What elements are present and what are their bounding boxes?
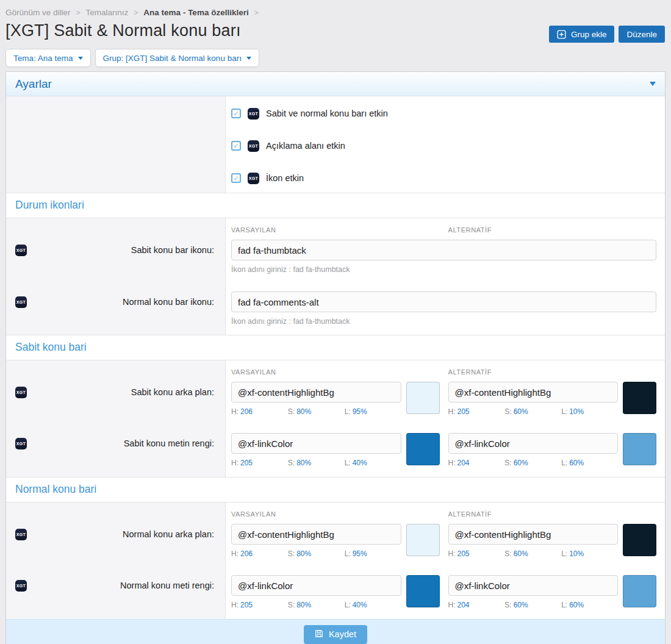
settings-checkbox-section: ✓ XGT Sabit ve normal konu barı etkin ✓ … (6, 96, 665, 193)
hsl-l-value: 95% (353, 407, 367, 416)
checkbox[interactable]: ✓ (231, 109, 241, 118)
xgt-badge-icon: XGT (15, 438, 27, 449)
pinned-bar-section: VARSAYILAN ALTERNATİF XGT Sabit konu ark… (6, 360, 665, 477)
color-group-default: H:206 S:80% L:95% (231, 382, 440, 416)
color-value-input[interactable] (448, 575, 619, 596)
xgt-badge-icon: XGT (15, 529, 27, 540)
hsl-s-label: S: (504, 549, 511, 558)
column-headers: VARSAYILAN ALTERNATİF (226, 360, 665, 382)
hsl-s-value: 80% (296, 407, 311, 416)
color-swatch[interactable] (406, 575, 440, 607)
settings-section-header[interactable]: Ayarlar (6, 72, 665, 96)
hsl-l-value: 60% (569, 459, 584, 467)
group-selector-label: Grup: [XGT] Sabit & Normal konu barı (103, 54, 242, 63)
field-hint: İkon adını giriniz : fad fa-thumbtack (231, 317, 656, 326)
color-swatch[interactable] (623, 382, 656, 414)
field-label-cell: XGT Sabit konu bar ikonu: (6, 240, 226, 292)
hsl-l-value: 10% (569, 407, 584, 416)
hsl-l-value: 40% (353, 601, 367, 609)
column-headers: VARSAYILAN ALTERNATİF (226, 218, 665, 240)
hsl-h-label: H: (231, 459, 239, 467)
breadcrumb-item-style-properties[interactable]: Ana tema - Tema özellikleri (143, 8, 248, 17)
field-row: H:206 S:80% L:95% H:205 S:60% L:10% (226, 524, 665, 575)
hsl-readout: H:205 S:80% L:40% (231, 601, 401, 609)
hsl-l-label: L: (561, 601, 567, 609)
plus-square-icon (557, 30, 566, 39)
checkbox[interactable]: ✓ (231, 141, 241, 151)
color-value-input[interactable] (231, 524, 401, 545)
breadcrumb-item-styles[interactable]: Temalarınız (86, 8, 129, 17)
xgt-badge-icon: XGT (248, 108, 259, 120)
field-label-cell: XGT Sabit konu arka plan: (6, 382, 226, 433)
field-label-cell: XGT Normal konu bar ikonu: (6, 292, 226, 335)
edit-button[interactable]: Düzenle (619, 26, 665, 43)
checkbox[interactable]: ✓ (231, 173, 241, 183)
pinned-icon-input[interactable] (231, 240, 656, 260)
hsl-h-value: 205 (240, 459, 253, 467)
hsl-s-label: S: (504, 601, 511, 609)
hsl-readout: H:205 S:80% L:40% (231, 459, 401, 467)
hsl-readout: H:204 S:60% L:60% (448, 601, 619, 609)
breadcrumb-item-appearance[interactable]: Görünüm ve diller (5, 8, 71, 17)
color-group-alternative: H:205 S:60% L:10% (448, 382, 657, 416)
group-selector[interactable]: Grup: [XGT] Sabit & Normal konu barı (95, 49, 259, 67)
breadcrumb: Görünüm ve diller > Temalarınız > Ana te… (5, 8, 666, 17)
color-value-input[interactable] (231, 382, 401, 402)
hsl-l-label: L: (345, 549, 351, 558)
column-header-default: VARSAYILAN (231, 368, 440, 376)
breadcrumb-separator: > (254, 9, 259, 17)
breadcrumb-separator: > (76, 9, 81, 17)
color-value-input[interactable] (231, 575, 401, 596)
column-header-alternative: ALTERNATİF (448, 368, 657, 376)
color-swatch[interactable] (623, 433, 656, 465)
save-button[interactable]: Kaydet (304, 625, 367, 644)
color-value-input[interactable] (231, 433, 401, 454)
color-value-input[interactable] (448, 524, 619, 545)
field-row: H:206 S:80% L:95% H:205 S:60% L:10% (226, 382, 665, 433)
color-group-alternative: H:204 S:60% L:60% (448, 433, 657, 467)
header-actions: Grup ekle Düzenle (549, 26, 665, 43)
hsl-l-value: 10% (569, 549, 584, 558)
color-swatch[interactable] (406, 382, 440, 414)
checkbox-row-icon-enabled: ✓ XGT İkon etkin (231, 172, 665, 184)
checkbox-label: İkon etkin (266, 173, 304, 183)
hsl-s-value: 60% (514, 549, 528, 558)
color-swatch[interactable] (623, 524, 656, 556)
add-group-button[interactable]: Grup ekle (549, 26, 615, 43)
color-value-input[interactable] (448, 382, 619, 402)
field-row: İkon adını giriniz : fad fa-thumbtack (226, 292, 665, 335)
left-gutter (6, 218, 226, 240)
hsl-l-label: L: (561, 407, 567, 416)
color-swatch[interactable] (623, 575, 656, 607)
theme-selector[interactable]: Tema: Ana tema (5, 49, 91, 67)
hsl-s-label: S: (288, 601, 295, 609)
hsl-readout: H:204 S:60% L:60% (448, 459, 619, 467)
field-label: Normal konu meti rengi: (27, 581, 214, 590)
field-row: H:205 S:80% L:40% H:204 S:60% L:60% (226, 575, 665, 619)
field-label: Sabit konu metin rengi: (27, 438, 214, 448)
settings-header-label: Ayarlar (15, 77, 52, 91)
color-group-default: H:205 S:80% L:40% (231, 575, 440, 609)
admin-page: Görünüm ve diller > Temalarınız > Ana te… (0, 0, 671, 644)
hsl-h-value: 205 (458, 549, 470, 558)
checkbox-label: Açıklama alanı etkin (266, 141, 345, 151)
hsl-h-value: 204 (458, 459, 470, 467)
hsl-h-label: H: (448, 601, 456, 609)
page-header: Görünüm ve diller > Temalarınız > Ana te… (5, 0, 666, 67)
theme-selector-label: Tema: Ana tema (13, 54, 73, 63)
checkbox-row-bar-enabled: ✓ XGT Sabit ve normal konu barı etkin (231, 107, 665, 120)
filter-row: Tema: Ana tema Grup: [XGT] Sabit & Norma… (5, 49, 666, 67)
color-value-input[interactable] (448, 433, 619, 454)
hsl-readout: H:206 S:80% L:95% (231, 407, 401, 416)
normal-icon-input[interactable] (231, 292, 656, 312)
column-header-alternative: ALTERNATİF (448, 510, 657, 518)
field-row: H:205 S:80% L:40% H:204 S:60% L:60% (226, 433, 665, 477)
hsl-h-label: H: (231, 549, 239, 558)
section-title-pinned-bar: Sabit konu bari (6, 335, 665, 360)
color-swatch[interactable] (406, 433, 440, 465)
left-gutter (6, 96, 226, 193)
hsl-s-value: 80% (296, 549, 311, 558)
normal-bar-section: VARSAYILAN ALTERNATİF XGT Normal konu ar… (6, 503, 665, 619)
color-swatch[interactable] (406, 524, 440, 556)
column-header-default: VARSAYILAN (231, 510, 440, 518)
